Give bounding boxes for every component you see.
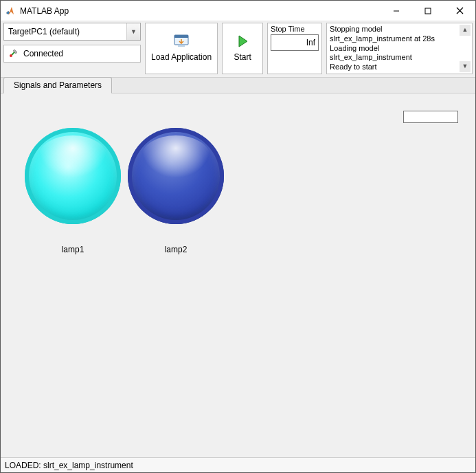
tab-signals-parameters[interactable]: Signals and Parameters [3, 77, 112, 94]
log-output[interactable]: Stopping model slrt_ex_lamp_instrument a… [326, 23, 473, 74]
start-label: Start [234, 52, 251, 62]
tab-bar: Signals and Parameters [1, 77, 475, 94]
lamp2-container: lamp2 [124, 128, 227, 254]
chevron-down-icon[interactable]: ▼ [126, 23, 140, 40]
lamp-gloss-icon [141, 135, 211, 178]
load-application-icon [172, 33, 190, 50]
stop-time-label: Stop Time [271, 25, 319, 33]
status-bar: LOADED: slrt_ex_lamp_instrument [1, 457, 475, 472]
connect-button[interactable]: Connected [3, 45, 141, 63]
play-icon [235, 33, 250, 50]
svg-point-5 [10, 54, 12, 57]
start-button[interactable]: Start [222, 23, 263, 74]
stop-time-input[interactable] [271, 34, 319, 51]
lamp2-label: lamp2 [124, 245, 227, 254]
target-dropdown-value: TargetPC1 (default) [4, 27, 126, 36]
toolbar: TargetPC1 (default) ▼ Connected [1, 21, 475, 77]
scroll-up-icon[interactable]: ▲ [460, 25, 471, 36]
target-dropdown[interactable]: TargetPC1 (default) ▼ [3, 23, 141, 41]
value-box[interactable] [403, 111, 458, 123]
load-application-button[interactable]: Load Application [145, 23, 218, 74]
canvas-area: lamp1 lamp2 [1, 94, 475, 457]
connect-label: Connected [23, 49, 63, 58]
lamp1[interactable] [25, 128, 121, 224]
connect-icon [8, 47, 19, 60]
minimize-button[interactable] [381, 1, 412, 21]
toolbar-left-column: TargetPC1 (default) ▼ Connected [3, 23, 141, 74]
titlebar: MATLAB App [1, 1, 475, 21]
lamp-gloss-icon [38, 135, 108, 178]
svg-rect-7 [174, 35, 188, 38]
lamp2[interactable] [128, 128, 224, 224]
log-text: Stopping model slrt_ex_lamp_instrument a… [330, 25, 469, 72]
lamp1-label: lamp1 [21, 245, 124, 254]
svg-rect-8 [178, 45, 185, 47]
close-button[interactable] [444, 1, 475, 21]
app-window: MATLAB App TargetPC1 (default) ▼ [0, 0, 476, 473]
lamp1-container: lamp1 [21, 128, 124, 254]
status-text: LOADED: slrt_ex_lamp_instrument [5, 461, 133, 470]
svg-rect-1 [425, 8, 431, 14]
scroll-down-icon[interactable]: ▼ [460, 61, 471, 72]
stop-time-panel: Stop Time [267, 23, 322, 74]
window-title: MATLAB App [20, 6, 69, 16]
log-scrollbar[interactable]: ▲ ▼ [460, 25, 471, 72]
matlab-icon [5, 6, 16, 16]
maximize-button[interactable] [412, 1, 444, 21]
load-application-label: Load Application [151, 52, 212, 62]
